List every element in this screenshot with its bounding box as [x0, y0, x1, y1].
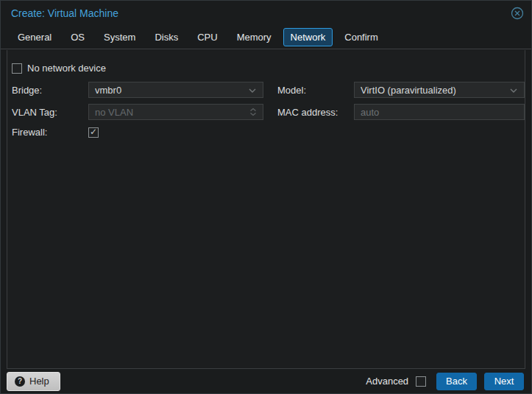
tab-os[interactable]: OS [63, 28, 92, 46]
mac-address-field[interactable] [354, 104, 525, 120]
model-value: VirtIO (paravirtualized) [361, 85, 509, 96]
mac-address-label: MAC address: [277, 107, 354, 118]
tab-confirm[interactable]: Confirm [337, 28, 386, 46]
model-combobox[interactable]: VirtIO (paravirtualized) [354, 82, 525, 98]
help-button[interactable]: ? Help [7, 372, 60, 391]
spinner-up-down-icon [249, 108, 257, 116]
back-button[interactable]: Back [436, 373, 477, 390]
bridge-value: vmbr0 [95, 85, 248, 96]
bridge-label: Bridge: [12, 85, 88, 96]
create-vm-dialog: Create: Virtual Machine General OS Syste… [0, 0, 532, 394]
help-button-label: Help [29, 376, 49, 387]
vlan-tag-spinner: no VLAN [88, 104, 263, 120]
tab-network[interactable]: Network [283, 28, 333, 46]
dialog-title: Create: Virtual Machine [11, 7, 511, 19]
close-icon[interactable] [511, 7, 524, 20]
firewall-label: Firewall: [12, 127, 88, 138]
firewall-checkbox[interactable] [88, 127, 99, 138]
model-label: Model: [277, 85, 354, 96]
advanced-label: Advanced [366, 376, 408, 387]
chevron-down-icon [509, 85, 518, 96]
tab-disks[interactable]: Disks [147, 28, 185, 46]
vlan-tag-label: VLAN Tag: [12, 107, 88, 118]
no-network-device-checkbox[interactable] [12, 63, 22, 74]
no-network-device-label: No network device [27, 63, 106, 74]
chevron-down-icon [248, 85, 257, 96]
tab-general[interactable]: General [10, 28, 59, 46]
tab-memory[interactable]: Memory [230, 28, 279, 46]
vlan-tag-value: no VLAN [95, 107, 249, 118]
dialog-titlebar: Create: Virtual Machine [1, 1, 531, 25]
bridge-combobox[interactable]: vmbr0 [88, 82, 263, 98]
tab-cpu[interactable]: CPU [190, 28, 224, 46]
dialog-footer: ? Help Advanced Back Next [1, 369, 531, 393]
wizard-tabbar: General OS System Disks CPU Memory Netwo… [1, 25, 531, 49]
question-mark-icon: ? [15, 376, 25, 387]
network-form-panel: No network device Bridge: vmbr0 Model: V… [7, 50, 525, 369]
advanced-checkbox[interactable] [416, 376, 426, 387]
next-button[interactable]: Next [484, 373, 524, 390]
tab-system[interactable]: System [96, 28, 143, 46]
mac-address-input[interactable] [361, 107, 518, 118]
